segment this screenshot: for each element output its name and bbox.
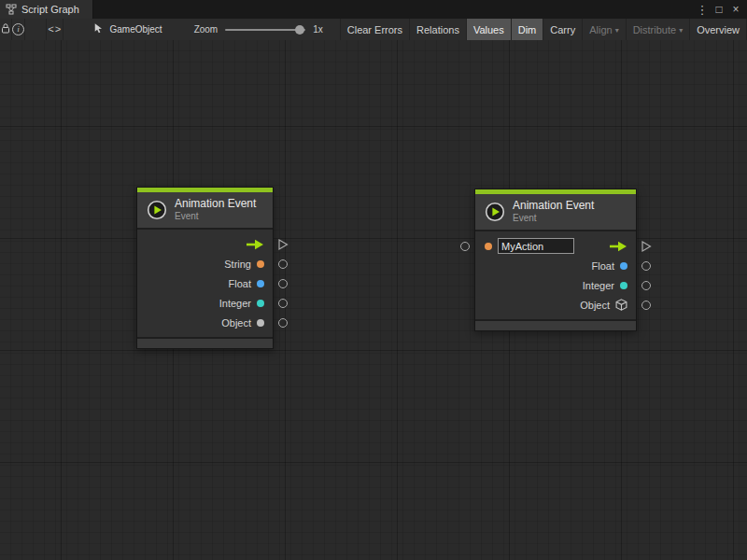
- lock-icon: [0, 22, 11, 36]
- object-type-dot: [257, 319, 264, 327]
- tab-script-graph[interactable]: Script Graph: [0, 0, 93, 19]
- chevron-down-icon: ▾: [615, 26, 619, 35]
- zoom-slider-handle[interactable]: [295, 25, 304, 35]
- event-play-icon: [485, 202, 505, 222]
- info-icon: i: [12, 23, 24, 35]
- flow-output-port[interactable]: [278, 238, 289, 250]
- zoom-control: Zoom 1x: [194, 19, 323, 40]
- output-row-float: Float: [475, 256, 636, 275]
- graph-icon: [6, 4, 17, 15]
- float-type-dot: [620, 262, 627, 270]
- port-label: String: [224, 259, 251, 270]
- node-title: Animation Event: [175, 198, 256, 211]
- integer-output-port[interactable]: [278, 299, 288, 308]
- inspector-button[interactable]: i: [12, 19, 25, 40]
- port-label: Integer: [219, 298, 251, 309]
- output-row-object: Object: [475, 295, 636, 315]
- node-titles: Animation Event Event: [175, 198, 256, 221]
- zoom-slider[interactable]: [225, 29, 305, 31]
- object-output-port[interactable]: [278, 318, 288, 328]
- zoom-value: 1x: [313, 24, 323, 35]
- port-label: Float: [229, 278, 251, 289]
- float-type-dot: [257, 280, 264, 287]
- align-label: Align: [589, 24, 612, 35]
- action-name-field[interactable]: [498, 238, 574, 254]
- string-output-port[interactable]: [278, 259, 288, 269]
- graph-canvas[interactable]: Animation Event Event: [0, 40, 747, 560]
- integer-type-dot: [257, 300, 264, 307]
- node-subtitle: Event: [175, 211, 256, 222]
- window-controls: ⋮ □ ×: [695, 0, 747, 19]
- cursor-icon: [93, 22, 105, 36]
- node-animation-event-2[interactable]: Animation Event Event: [474, 189, 637, 331]
- string-type-dot: [485, 243, 492, 250]
- chevron-down-icon: ▾: [679, 26, 683, 35]
- target-gameobject[interactable]: GameObject: [93, 19, 162, 40]
- object-output-port[interactable]: [641, 301, 651, 310]
- tab-title: Script Graph: [21, 4, 79, 15]
- values-toggle[interactable]: Values: [466, 19, 511, 40]
- node-header[interactable]: Animation Event Event: [475, 194, 636, 230]
- close-icon[interactable]: ×: [728, 2, 743, 17]
- node-body: Float Integer Object: [475, 231, 636, 319]
- node-footer: [137, 339, 273, 348]
- node-footer: [475, 321, 636, 330]
- float-output-port[interactable]: [641, 261, 651, 271]
- flow-arrow-icon: [609, 241, 627, 252]
- output-row-object: Object: [137, 313, 273, 332]
- carry-toggle[interactable]: Carry: [543, 19, 582, 40]
- action-input-port[interactable]: [460, 242, 470, 251]
- window-tab-bar: Script Graph ⋮ □ ×: [0, 0, 747, 20]
- integer-type-dot: [620, 282, 627, 289]
- node-body: String Float Integer Object: [137, 230, 273, 337]
- flow-arrow-icon: [246, 239, 264, 250]
- lock-button[interactable]: [0, 19, 12, 40]
- node-titles: Animation Event Event: [513, 200, 594, 223]
- cube-icon: [615, 299, 627, 311]
- toolbar-buttons: Clear Errors Relations Values Dim Carry …: [340, 19, 747, 40]
- output-row-string: String: [137, 254, 273, 273]
- target-label: GameObject: [109, 24, 162, 35]
- port-label: Integer: [583, 280, 614, 291]
- script-graph-window: Script Graph ⋮ □ × i <>: [0, 0, 747, 560]
- maximize-icon[interactable]: □: [712, 2, 726, 17]
- code-view-button[interactable]: <>: [46, 19, 63, 40]
- node-subtitle: Event: [513, 213, 594, 224]
- flow-output-port[interactable]: [641, 240, 652, 252]
- output-row-integer: Integer: [475, 275, 636, 295]
- clear-errors-button[interactable]: Clear Errors: [340, 19, 409, 40]
- node-title: Animation Event: [513, 200, 594, 213]
- string-type-dot: [257, 260, 264, 268]
- action-input-row: [475, 236, 636, 256]
- float-output-port[interactable]: [278, 279, 288, 288]
- node-header[interactable]: Animation Event Event: [137, 192, 273, 228]
- event-play-icon: [147, 200, 167, 220]
- distribute-dropdown[interactable]: Distribute ▾: [626, 19, 689, 40]
- zoom-label: Zoom: [194, 24, 218, 35]
- node-animation-event-1[interactable]: Animation Event Event: [136, 187, 274, 349]
- integer-output-port[interactable]: [641, 281, 651, 290]
- flow-output-row: [137, 234, 273, 254]
- graph-toolbar: i <> GameObject Zoom 1x Clear Errors Rel…: [0, 19, 747, 41]
- output-row-integer: Integer: [137, 293, 273, 313]
- output-row-float: Float: [137, 273, 273, 293]
- dim-toggle[interactable]: Dim: [511, 19, 543, 40]
- port-label: Object: [580, 300, 610, 311]
- align-dropdown[interactable]: Align ▾: [582, 19, 625, 40]
- relations-button[interactable]: Relations: [409, 19, 466, 40]
- overview-button[interactable]: Overview: [689, 19, 747, 40]
- port-label: Float: [592, 260, 614, 272]
- distribute-label: Distribute: [633, 24, 676, 35]
- port-label: Object: [221, 317, 251, 329]
- window-menu-icon[interactable]: ⋮: [695, 2, 710, 17]
